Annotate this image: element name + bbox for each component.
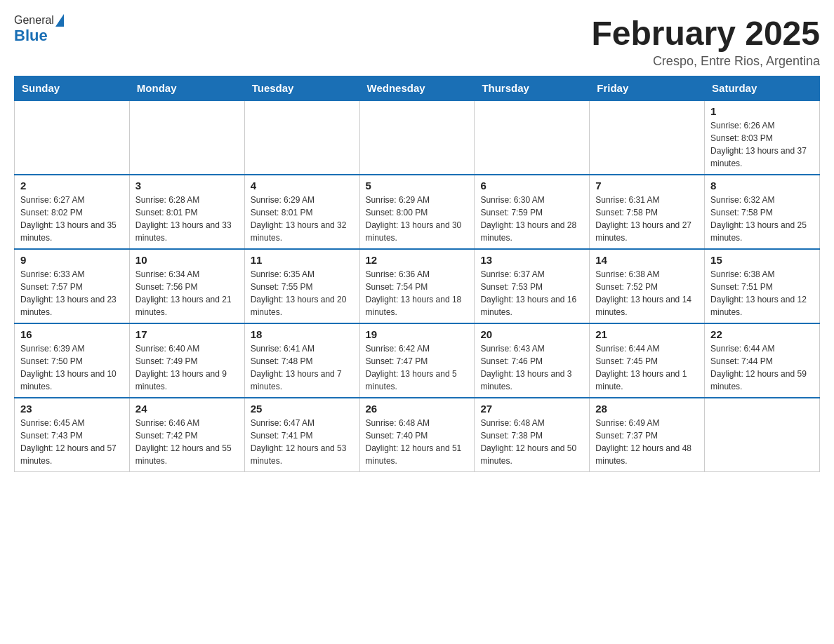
column-header-sunday: Sunday bbox=[15, 76, 130, 101]
day-info: Sunrise: 6:34 AMSunset: 7:56 PMDaylight:… bbox=[135, 268, 239, 318]
day-info: Sunrise: 6:45 AMSunset: 7:43 PMDaylight:… bbox=[20, 417, 124, 467]
calendar-cell: 17Sunrise: 6:40 AMSunset: 7:49 PMDayligh… bbox=[129, 323, 244, 398]
calendar-cell: 2Sunrise: 6:27 AMSunset: 8:02 PMDaylight… bbox=[15, 175, 130, 249]
calendar-cell: 15Sunrise: 6:38 AMSunset: 7:51 PMDayligh… bbox=[705, 249, 820, 323]
calendar-cell: 1Sunrise: 6:26 AMSunset: 8:03 PMDaylight… bbox=[705, 100, 820, 175]
day-info: Sunrise: 6:48 AMSunset: 7:38 PMDaylight:… bbox=[480, 417, 583, 467]
column-header-monday: Monday bbox=[129, 76, 244, 101]
calendar-cell: 3Sunrise: 6:28 AMSunset: 8:01 PMDaylight… bbox=[129, 175, 244, 249]
calendar-cell: 27Sunrise: 6:48 AMSunset: 7:38 PMDayligh… bbox=[475, 398, 590, 472]
day-info: Sunrise: 6:29 AMSunset: 8:01 PMDaylight:… bbox=[251, 194, 354, 244]
day-info: Sunrise: 6:26 AMSunset: 8:03 PMDaylight:… bbox=[710, 119, 814, 170]
day-info: Sunrise: 6:41 AMSunset: 7:48 PMDaylight:… bbox=[251, 342, 354, 393]
day-info: Sunrise: 6:40 AMSunset: 7:49 PMDaylight:… bbox=[135, 342, 239, 393]
day-info: Sunrise: 6:44 AMSunset: 7:44 PMDaylight:… bbox=[710, 342, 814, 393]
day-number: 14 bbox=[595, 254, 699, 266]
calendar-title: February 2025 bbox=[591, 14, 820, 53]
day-info: Sunrise: 6:43 AMSunset: 7:46 PMDaylight:… bbox=[480, 342, 583, 393]
day-info: Sunrise: 6:42 AMSunset: 7:47 PMDaylight:… bbox=[366, 342, 469, 393]
calendar-cell bbox=[129, 100, 244, 175]
day-number: 17 bbox=[135, 328, 239, 340]
day-info: Sunrise: 6:48 AMSunset: 7:40 PMDaylight:… bbox=[366, 417, 469, 467]
day-info: Sunrise: 6:31 AMSunset: 7:58 PMDaylight:… bbox=[595, 194, 699, 244]
calendar-cell: 23Sunrise: 6:45 AMSunset: 7:43 PMDayligh… bbox=[15, 398, 130, 472]
logo: General Blue bbox=[14, 14, 65, 45]
day-number: 6 bbox=[480, 180, 583, 192]
column-header-wednesday: Wednesday bbox=[359, 76, 475, 101]
day-info: Sunrise: 6:28 AMSunset: 8:01 PMDaylight:… bbox=[135, 194, 239, 244]
logo-general-text: General bbox=[14, 14, 54, 27]
day-number: 11 bbox=[251, 254, 354, 266]
day-number: 20 bbox=[480, 328, 583, 340]
day-info: Sunrise: 6:38 AMSunset: 7:51 PMDaylight:… bbox=[710, 268, 814, 318]
logo-triangle-icon bbox=[55, 14, 64, 27]
calendar-cell: 8Sunrise: 6:32 AMSunset: 7:58 PMDaylight… bbox=[705, 175, 820, 249]
calendar-cell: 12Sunrise: 6:36 AMSunset: 7:54 PMDayligh… bbox=[359, 249, 475, 323]
calendar-cell: 13Sunrise: 6:37 AMSunset: 7:53 PMDayligh… bbox=[475, 249, 590, 323]
day-number: 23 bbox=[20, 403, 124, 415]
calendar-cell: 22Sunrise: 6:44 AMSunset: 7:44 PMDayligh… bbox=[705, 323, 820, 398]
day-number: 22 bbox=[710, 328, 814, 340]
day-number: 19 bbox=[366, 328, 469, 340]
calendar-cell bbox=[475, 100, 590, 175]
day-number: 16 bbox=[20, 328, 124, 340]
calendar-header-row: SundayMondayTuesdayWednesdayThursdayFrid… bbox=[15, 76, 820, 101]
day-info: Sunrise: 6:39 AMSunset: 7:50 PMDaylight:… bbox=[20, 342, 124, 393]
day-number: 25 bbox=[251, 403, 354, 415]
day-number: 26 bbox=[366, 403, 469, 415]
day-info: Sunrise: 6:29 AMSunset: 8:00 PMDaylight:… bbox=[366, 194, 469, 244]
calendar-cell: 18Sunrise: 6:41 AMSunset: 7:48 PMDayligh… bbox=[244, 323, 359, 398]
day-number: 18 bbox=[251, 328, 354, 340]
calendar-cell bbox=[705, 398, 820, 472]
day-info: Sunrise: 6:38 AMSunset: 7:52 PMDaylight:… bbox=[595, 268, 699, 318]
day-number: 27 bbox=[480, 403, 583, 415]
day-number: 3 bbox=[135, 180, 239, 192]
day-number: 2 bbox=[20, 180, 124, 192]
column-header-thursday: Thursday bbox=[475, 76, 590, 101]
page-header: General Blue February 2025 Crespo, Entre… bbox=[14, 14, 820, 69]
calendar-cell: 4Sunrise: 6:29 AMSunset: 8:01 PMDaylight… bbox=[244, 175, 359, 249]
calendar-cell: 16Sunrise: 6:39 AMSunset: 7:50 PMDayligh… bbox=[15, 323, 130, 398]
day-number: 9 bbox=[20, 254, 124, 266]
day-number: 5 bbox=[366, 180, 469, 192]
calendar-cell: 9Sunrise: 6:33 AMSunset: 7:57 PMDaylight… bbox=[15, 249, 130, 323]
column-header-saturday: Saturday bbox=[705, 76, 820, 101]
calendar-cell bbox=[590, 100, 705, 175]
day-number: 10 bbox=[135, 254, 239, 266]
calendar-cell: 14Sunrise: 6:38 AMSunset: 7:52 PMDayligh… bbox=[590, 249, 705, 323]
calendar-cell: 20Sunrise: 6:43 AMSunset: 7:46 PMDayligh… bbox=[475, 323, 590, 398]
calendar-cell: 24Sunrise: 6:46 AMSunset: 7:42 PMDayligh… bbox=[129, 398, 244, 472]
day-number: 12 bbox=[366, 254, 469, 266]
day-info: Sunrise: 6:30 AMSunset: 7:59 PMDaylight:… bbox=[480, 194, 583, 244]
calendar-cell: 7Sunrise: 6:31 AMSunset: 7:58 PMDaylight… bbox=[590, 175, 705, 249]
day-info: Sunrise: 6:36 AMSunset: 7:54 PMDaylight:… bbox=[366, 268, 469, 318]
day-info: Sunrise: 6:32 AMSunset: 7:58 PMDaylight:… bbox=[710, 194, 814, 244]
calendar-subtitle: Crespo, Entre Rios, Argentina bbox=[591, 54, 820, 69]
title-block: February 2025 Crespo, Entre Rios, Argent… bbox=[591, 14, 820, 69]
day-number: 28 bbox=[595, 403, 699, 415]
day-info: Sunrise: 6:49 AMSunset: 7:37 PMDaylight:… bbox=[595, 417, 699, 467]
column-header-friday: Friday bbox=[590, 76, 705, 101]
logo-blue-text: Blue bbox=[14, 27, 48, 45]
week-row-1: 1Sunrise: 6:26 AMSunset: 8:03 PMDaylight… bbox=[15, 100, 820, 175]
calendar-cell: 6Sunrise: 6:30 AMSunset: 7:59 PMDaylight… bbox=[475, 175, 590, 249]
day-info: Sunrise: 6:35 AMSunset: 7:55 PMDaylight:… bbox=[251, 268, 354, 318]
day-number: 15 bbox=[710, 254, 814, 266]
column-header-tuesday: Tuesday bbox=[244, 76, 359, 101]
calendar-cell: 21Sunrise: 6:44 AMSunset: 7:45 PMDayligh… bbox=[590, 323, 705, 398]
calendar-cell: 11Sunrise: 6:35 AMSunset: 7:55 PMDayligh… bbox=[244, 249, 359, 323]
day-info: Sunrise: 6:27 AMSunset: 8:02 PMDaylight:… bbox=[20, 194, 124, 244]
day-info: Sunrise: 6:33 AMSunset: 7:57 PMDaylight:… bbox=[20, 268, 124, 318]
calendar-table: SundayMondayTuesdayWednesdayThursdayFrid… bbox=[14, 76, 820, 472]
week-row-3: 9Sunrise: 6:33 AMSunset: 7:57 PMDaylight… bbox=[15, 249, 820, 323]
calendar-cell: 25Sunrise: 6:47 AMSunset: 7:41 PMDayligh… bbox=[244, 398, 359, 472]
day-info: Sunrise: 6:47 AMSunset: 7:41 PMDaylight:… bbox=[251, 417, 354, 467]
calendar-cell: 26Sunrise: 6:48 AMSunset: 7:40 PMDayligh… bbox=[359, 398, 475, 472]
calendar-cell: 28Sunrise: 6:49 AMSunset: 7:37 PMDayligh… bbox=[590, 398, 705, 472]
calendar-cell bbox=[359, 100, 475, 175]
week-row-4: 16Sunrise: 6:39 AMSunset: 7:50 PMDayligh… bbox=[15, 323, 820, 398]
day-number: 1 bbox=[710, 105, 814, 117]
day-info: Sunrise: 6:46 AMSunset: 7:42 PMDaylight:… bbox=[135, 417, 239, 467]
calendar-cell: 10Sunrise: 6:34 AMSunset: 7:56 PMDayligh… bbox=[129, 249, 244, 323]
week-row-5: 23Sunrise: 6:45 AMSunset: 7:43 PMDayligh… bbox=[15, 398, 820, 472]
